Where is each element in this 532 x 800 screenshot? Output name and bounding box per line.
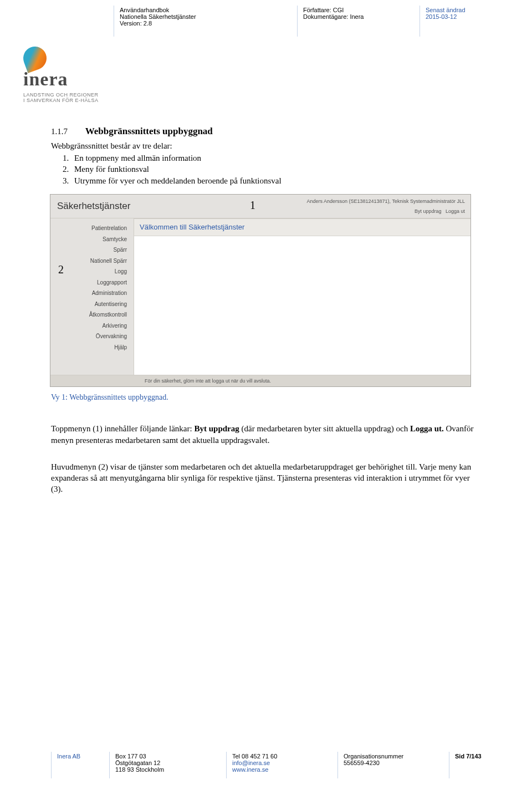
sidebar-item[interactable]: Hjälp: [50, 342, 134, 353]
logout-link[interactable]: Logga ut: [446, 208, 465, 214]
marker-1: 1: [250, 198, 255, 213]
header-col-2: Författare: CGI Dokumentägare: Inera: [297, 6, 420, 37]
sidebar-item[interactable]: Övervakning: [50, 331, 134, 342]
list-item: Utrymme för vyer och meddelanden beroend…: [71, 175, 482, 186]
section-heading: 1.1.7 Webbgränssnittets uppbyggnad: [51, 125, 482, 138]
header-version: Version: 2.8: [120, 20, 291, 27]
header-doc-title: Användarhandbok: [120, 7, 291, 13]
app-screenshot: 1 2 3 Säkerhetstjänster Anders Andersson…: [50, 194, 471, 387]
sidebar-item[interactable]: Samtycke: [50, 234, 134, 245]
para1-bold-2: Logga ut.: [410, 424, 444, 433]
logo-tagline-2: I SAMVERKAN FÖR E-HÄLSA: [23, 98, 532, 103]
logo-block: inera LANDSTING OCH REGIONER I SAMVERKAN…: [0, 37, 532, 103]
doc-header: Användarhandbok Nationella Säkerhetstjän…: [0, 0, 532, 37]
section-title: Webbgränssnittets uppbyggnad: [85, 126, 213, 136]
app-header-right: Anders Andersson (SE13812413871), Teknis…: [307, 198, 466, 218]
app-main: Välkommen till Säkerhetstjänster: [134, 218, 470, 375]
list-item: Meny för funktionsval: [71, 164, 482, 175]
section-number: 1.1.7: [51, 126, 83, 137]
app-welcome: Välkommen till Säkerhetstjänster: [134, 219, 470, 236]
logo-wordmark: inera: [23, 69, 532, 90]
switch-assignment-link[interactable]: Byt uppdrag: [415, 208, 442, 214]
para1-bold-1: Byt uppdrag: [194, 424, 239, 433]
sidebar-item[interactable]: Loggrapport: [50, 277, 134, 288]
logo-tagline-1: LANDSTING OCH REGIONER: [23, 92, 532, 98]
header-col-1: Användarhandbok Nationella Säkerhetstjän…: [114, 6, 297, 37]
sidebar-item[interactable]: Spärr: [50, 244, 134, 256]
app-title: Säkerhetstjänster: [57, 198, 130, 213]
sidebar-item[interactable]: Autentisering: [50, 299, 134, 310]
header-col-3: Senast ändrad 2015-03-12: [420, 6, 498, 37]
header-changed-date: 2015-03-12: [426, 13, 492, 20]
marker-2: 2: [58, 262, 64, 277]
app-sidebar: Patientrelation Samtycke Spärr Nationell…: [50, 218, 134, 375]
para1-a: Toppmenyn (1) innehåller följande länkar…: [51, 424, 194, 433]
list-item: En toppmeny med allmän information: [71, 152, 482, 164]
sidebar-item[interactable]: Åtkomstkontroll: [50, 309, 134, 320]
sidebar-item[interactable]: Administration: [50, 288, 134, 299]
paragraph-2: Huvudmenyn (2) visar de tjänster som med…: [51, 461, 482, 495]
page-content: 1.1.7 Webbgränssnittets uppbyggnad Webbg…: [0, 103, 532, 495]
sidebar-item[interactable]: Patientrelation: [50, 223, 134, 234]
section-list: En toppmeny med allmän information Meny …: [71, 152, 482, 186]
header-owner: Dokumentägare: Inera: [303, 13, 414, 20]
header-changed-label: Senast ändrad: [426, 7, 492, 13]
header-doc-subtitle: Nationella Säkerhetstjänster: [120, 13, 291, 20]
header-author: Författare: CGI: [303, 7, 414, 13]
figure-caption: Vy 1: Webbgränssnittets uppbyggnad.: [51, 393, 482, 403]
app-user-line: Anders Andersson (SE13812413871), Teknis…: [307, 198, 466, 205]
app-body: Patientrelation Samtycke Spärr Nationell…: [50, 218, 470, 375]
app-header: Säkerhetstjänster Anders Andersson (SE13…: [50, 195, 470, 218]
app-footer: För din säkerhet, glöm inte att logga ut…: [50, 375, 470, 386]
para1-c: (där medarbetaren byter sitt aktuella up…: [239, 424, 410, 433]
sidebar-item[interactable]: Arkivering: [50, 320, 134, 332]
section-intro: Webbgränssnittet består av tre delar:: [51, 140, 482, 151]
paragraph-1: Toppmenyn (1) innehåller följande länkar…: [51, 423, 482, 446]
